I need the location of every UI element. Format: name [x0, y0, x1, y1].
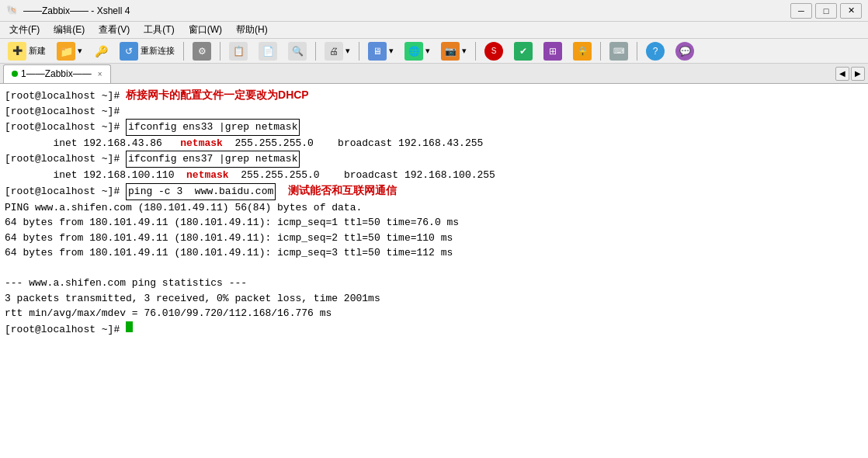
menu-bar: 文件(F) 编辑(E) 查看(V) 工具(T) 窗口(W) 帮助(H) — [0, 22, 868, 39]
maximize-button[interactable]: □ — [815, 3, 837, 19]
title-bar: 🐚 ——Zabbix—— - Xshell 4 ─ □ ✕ — [0, 0, 868, 22]
tab-status-dot — [12, 71, 18, 77]
prompt-7: [root@localhost ~]# — [5, 184, 126, 200]
display-button[interactable]: 🖥 ▾ — [363, 40, 398, 63]
settings-icon: ⚙ — [193, 42, 211, 61]
snap-icon: 📷 — [441, 42, 460, 61]
terminal-line-7: [root@localhost ~]# ping -c 3 www.baidu.… — [5, 182, 863, 200]
separator-6 — [600, 42, 601, 61]
prompt-final: [root@localhost ~]# — [5, 322, 126, 338]
terminal-cursor — [126, 321, 133, 332]
separator-1 — [183, 42, 184, 61]
keyboard-icon: ⌨ — [609, 42, 628, 61]
new-button[interactable]: ✚ 新建 — [3, 40, 50, 63]
separator-4 — [359, 42, 359, 61]
chat-button[interactable]: 💬 — [671, 40, 699, 63]
close-button[interactable]: ✕ — [840, 3, 862, 19]
prompt-3: [root@localhost ~]# — [5, 120, 126, 135]
active-tab[interactable]: 1——Zabbix—— × — [3, 64, 111, 83]
ping-result-2: 64 bytes from 180.101.49.11 (180.101.49.… — [5, 231, 453, 246]
chat-icon: 💬 — [675, 42, 694, 61]
toolbar: ✚ 新建 📁 ▾ 🔑 ↺ 重新连接 ⚙ 📋 📄 🔍 🖨 ▾ 🖥 ▾ 🌐 ▾ 📷 … — [0, 39, 868, 64]
lock-button[interactable]: 🔒 — [568, 40, 596, 63]
terminal-line-11: 64 bytes from 180.101.49.11 (180.101.49.… — [5, 245, 863, 261]
netmask-value-1: 255.255.255.0 broadcast 192.168.43.255 — [223, 136, 483, 151]
check-icon: ✔ — [514, 42, 533, 61]
terminal[interactable]: [root@localhost ~]# 桥接网卡的配置文件一定要改为DHCP [… — [0, 84, 868, 458]
menu-view[interactable]: 查看(V) — [92, 22, 136, 38]
keyboard-button[interactable]: ⌨ — [605, 40, 633, 63]
zabbix-icon: S — [484, 42, 503, 61]
print-button[interactable]: 🖨 ▾ — [320, 40, 355, 63]
menu-window[interactable]: 窗口(W) — [182, 22, 228, 38]
prompt-1: [root@localhost ~]# — [5, 88, 126, 104]
ping-result-1: 64 bytes from 180.101.49.11 (180.101.49.… — [5, 215, 459, 231]
separator-3 — [315, 42, 316, 61]
prompt-2: [root@localhost ~]# — [5, 104, 126, 120]
terminal-line-1: [root@localhost ~]# 桥接网卡的配置文件一定要改为DHCP — [5, 87, 863, 104]
print-icon: 🖨 — [325, 42, 343, 61]
find-icon: 🔍 — [288, 42, 307, 61]
paste-icon: 📄 — [259, 42, 277, 61]
title-bar-controls: ─ □ ✕ — [790, 3, 862, 19]
terminal-line-16: [root@localhost ~]# — [5, 321, 863, 338]
copy-button[interactable]: 📋 — [224, 40, 252, 63]
reconnect-label: 重新连接 — [141, 45, 175, 57]
display-icon: 🖥 — [368, 42, 387, 61]
snap-button[interactable]: 📷 ▾ — [436, 40, 471, 63]
menu-file[interactable]: 文件(F) — [3, 22, 46, 38]
find-button[interactable]: 🔍 — [283, 40, 311, 63]
folder-dropdown: ▾ — [78, 46, 82, 56]
globe-icon: 🌐 — [404, 42, 423, 61]
tab-label: 1——Zabbix—— — [21, 68, 92, 79]
help-button[interactable]: ? — [641, 40, 669, 63]
folder-button[interactable]: 📁 ▾ — [52, 40, 87, 63]
app-icon: 🐚 — [6, 5, 19, 17]
separator-5 — [475, 42, 476, 61]
tab-nav-right[interactable]: ▶ — [851, 67, 865, 81]
ping-result-3: 64 bytes from 180.101.49.11 (180.101.49.… — [5, 245, 453, 261]
zabbix-button[interactable]: S — [480, 40, 508, 63]
terminal-line-8: PING www.a.shifen.com (180.101.49.11) 56… — [5, 200, 863, 216]
key-button[interactable]: 🔑 — [89, 41, 113, 61]
folder-icon: 📁 — [57, 42, 75, 61]
globe-button[interactable]: 🌐 ▾ — [400, 40, 435, 63]
minimize-button[interactable]: ─ — [790, 3, 812, 19]
inet-ens37: inet 192.168.100.110 — [5, 168, 186, 183]
annotation-dhcp: 桥接网卡的配置文件一定要改为DHCP — [126, 87, 309, 103]
separator-2 — [220, 42, 220, 61]
grid-button[interactable]: ⊞ — [539, 40, 567, 63]
terminal-line-3: [root@localhost ~]# ifconfig ens33 |grep… — [5, 119, 863, 136]
paste-button[interactable]: 📄 — [254, 40, 282, 63]
terminal-line-10: 64 bytes from 180.101.49.11 (180.101.49.… — [5, 231, 863, 246]
terminal-line-2: [root@localhost ~]# — [5, 104, 863, 120]
netmask-label-2: netmask — [186, 168, 229, 183]
terminal-line-6: inet 192.168.100.110 netmask 255.255.255… — [5, 168, 863, 183]
menu-help[interactable]: 帮助(H) — [230, 22, 274, 38]
menu-tools[interactable]: 工具(T) — [137, 22, 180, 38]
separator-7 — [637, 42, 637, 61]
terminal-line-5: [root@localhost ~]# ifconfig ens37 |grep… — [5, 151, 863, 168]
check-button[interactable]: ✔ — [509, 40, 537, 63]
reconnect-icon: ↺ — [120, 42, 138, 61]
title-bar-text: ——Zabbix—— - Xshell 4 — [23, 5, 130, 16]
ping-stats-rtt: rtt min/avg/max/mdev = 76.010/99.720/112… — [5, 306, 332, 321]
cmd-ens33: ifconfig ens33 |grep netmask — [126, 119, 300, 136]
key-icon: 🔑 — [93, 43, 109, 59]
terminal-line-15: rtt min/avg/max/mdev = 76.010/99.720/112… — [5, 306, 863, 321]
annotation-internet: 测试能否和互联网通信 — [288, 182, 397, 199]
inet-ens33: inet 192.168.43.86 — [5, 136, 180, 151]
title-bar-left: 🐚 ——Zabbix—— - Xshell 4 — [6, 5, 130, 17]
menu-edit[interactable]: 编辑(E) — [47, 22, 91, 38]
netmask-value-2: 255.255.255.0 broadcast 192.168.100.255 — [229, 168, 495, 183]
netmask-label-1: netmask — [180, 136, 223, 151]
tabs-bar: 1——Zabbix—— × ◀ ▶ — [0, 64, 868, 84]
new-label: 新建 — [29, 45, 46, 57]
ping-stats-header: --- www.a.shifen.com ping statistics --- — [5, 276, 247, 291]
reconnect-button[interactable]: ↺ 重新连接 — [115, 40, 179, 63]
tab-nav-left[interactable]: ◀ — [835, 67, 849, 81]
tab-navigation: ◀ ▶ — [835, 67, 865, 81]
settings-button[interactable]: ⚙ — [188, 40, 216, 63]
terminal-line-13: --- www.a.shifen.com ping statistics --- — [5, 276, 863, 291]
tab-close-button[interactable]: × — [98, 70, 102, 78]
